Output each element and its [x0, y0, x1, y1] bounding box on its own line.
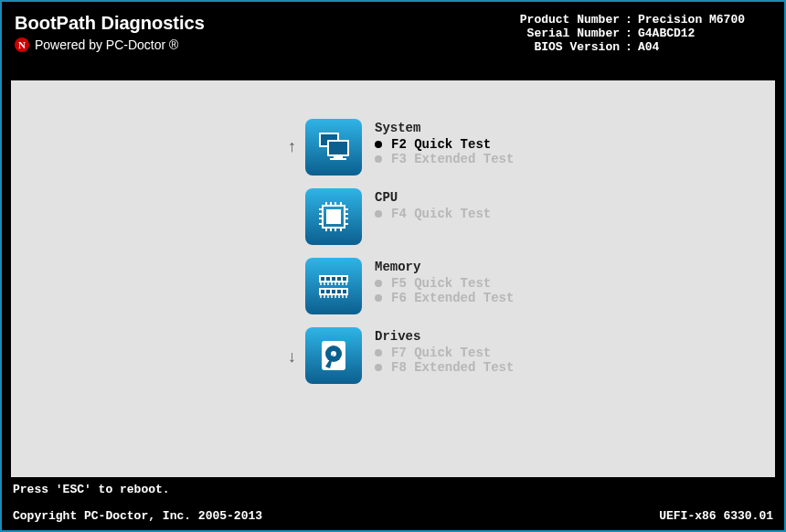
diagnostics-screen: BootPath Diagnostics N Powered by PC-Doc… — [0, 0, 786, 532]
svg-rect-28 — [337, 277, 341, 281]
system-icon — [305, 119, 362, 176]
option-f6-extended-test[interactable]: F6 Extended Test — [375, 291, 514, 305]
option-label: F4 Quick Test — [391, 207, 491, 221]
option-label: F5 Quick Test — [391, 276, 491, 291]
bullet-icon — [375, 294, 382, 302]
bullet-icon — [375, 280, 382, 287]
footer-bottom: Copyright PC-Doctor, Inc. 2005-2013 UEFI… — [13, 509, 773, 523]
category-drives[interactable]: ↓ Drives F7 Quick Test — [305, 327, 755, 384]
bullet-icon — [375, 364, 382, 371]
info-row-serial: Serial Number : G4ABCD12 — [492, 27, 766, 40]
platform-version: UEFI-x86 6330.01 — [659, 509, 773, 523]
product-number-value: Precision M6700 — [638, 13, 766, 27]
bullet-icon — [375, 155, 382, 163]
svg-rect-27 — [332, 277, 335, 281]
header: BootPath Diagnostics N Powered by PC-Doc… — [2, 2, 784, 61]
diagnostic-menu[interactable]: ↑ System F2 Quick Test — [305, 119, 755, 384]
info-row-product: Product Number : Precision M6700 — [492, 13, 766, 27]
drives-icon — [305, 327, 362, 384]
cpu-icon — [305, 188, 362, 245]
svg-rect-26 — [326, 277, 330, 281]
option-label: F3 Extended Test — [391, 152, 514, 166]
option-label: F2 Quick Test — [391, 137, 491, 152]
pc-doctor-logo-icon: N — [15, 37, 29, 52]
title-block: BootPath Diagnostics N Powered by PC-Doc… — [15, 13, 205, 52]
svg-rect-29 — [343, 277, 346, 281]
bios-version-label: BIOS Version — [492, 40, 620, 54]
bullet-icon — [375, 210, 382, 218]
category-title: CPU — [375, 190, 491, 205]
bullet-icon — [375, 141, 382, 148]
main-panel: ↑ System F2 Quick Test — [11, 80, 775, 477]
option-f8-extended-test[interactable]: F8 Extended Test — [375, 360, 514, 375]
bios-version-value: A04 — [638, 40, 766, 54]
category-title: System — [375, 121, 514, 135]
option-label: F8 Extended Test — [391, 360, 514, 375]
svg-rect-39 — [321, 290, 324, 293]
svg-rect-43 — [343, 290, 346, 293]
category-body: System F2 Quick Test F3 Extended Test — [375, 119, 514, 166]
info-row-bios: BIOS Version : A04 — [492, 40, 766, 54]
copyright: Copyright PC-Doctor, Inc. 2005-2013 — [13, 509, 262, 523]
svg-rect-41 — [332, 290, 335, 293]
category-body: Drives F7 Quick Test F8 Extended Test — [375, 327, 514, 375]
serial-number-value: G4ABCD12 — [638, 27, 766, 40]
product-number-label: Product Number — [492, 13, 620, 27]
reboot-hint: Press 'ESC' to reboot. — [13, 483, 773, 496]
option-f2-quick-test[interactable]: F2 Quick Test — [375, 137, 514, 152]
nav-up-arrow-icon[interactable]: ↑ — [287, 139, 297, 155]
category-title: Drives — [375, 329, 514, 344]
option-label: F6 Extended Test — [391, 291, 514, 305]
bullet-icon — [375, 349, 382, 356]
svg-rect-5 — [330, 158, 346, 160]
category-body: Memory F5 Quick Test F6 Extended Test — [375, 258, 514, 305]
system-info: Product Number : Precision M6700 Serial … — [492, 13, 766, 54]
svg-rect-25 — [321, 277, 324, 281]
category-body: CPU F4 Quick Test — [375, 188, 491, 221]
category-title: Memory — [375, 260, 514, 274]
svg-rect-4 — [334, 156, 343, 158]
option-f7-quick-test[interactable]: F7 Quick Test — [375, 346, 514, 360]
category-cpu[interactable]: CPU F4 Quick Test — [305, 188, 755, 245]
app-title: BootPath Diagnostics — [15, 13, 205, 34]
category-system[interactable]: ↑ System F2 Quick Test — [305, 119, 755, 176]
option-label: F7 Quick Test — [391, 346, 491, 360]
category-memory[interactable]: Memory F5 Quick Test F6 Extended Test — [305, 258, 755, 314]
app-subtitle: Powered by PC-Doctor ® — [35, 37, 178, 52]
nav-down-arrow-icon[interactable]: ↓ — [287, 349, 297, 366]
option-f4-quick-test[interactable]: F4 Quick Test — [375, 207, 491, 221]
memory-icon — [305, 258, 362, 314]
footer: Press 'ESC' to reboot. Copyright PC-Doct… — [2, 483, 784, 530]
option-f5-quick-test[interactable]: F5 Quick Test — [375, 276, 514, 291]
svg-rect-3 — [329, 142, 347, 154]
svg-rect-40 — [326, 290, 330, 293]
svg-rect-42 — [337, 290, 341, 293]
option-f3-extended-test[interactable]: F3 Extended Test — [375, 152, 514, 166]
svg-rect-7 — [326, 209, 341, 224]
serial-number-label: Serial Number — [492, 27, 620, 40]
subtitle-row: N Powered by PC-Doctor ® — [15, 37, 205, 52]
